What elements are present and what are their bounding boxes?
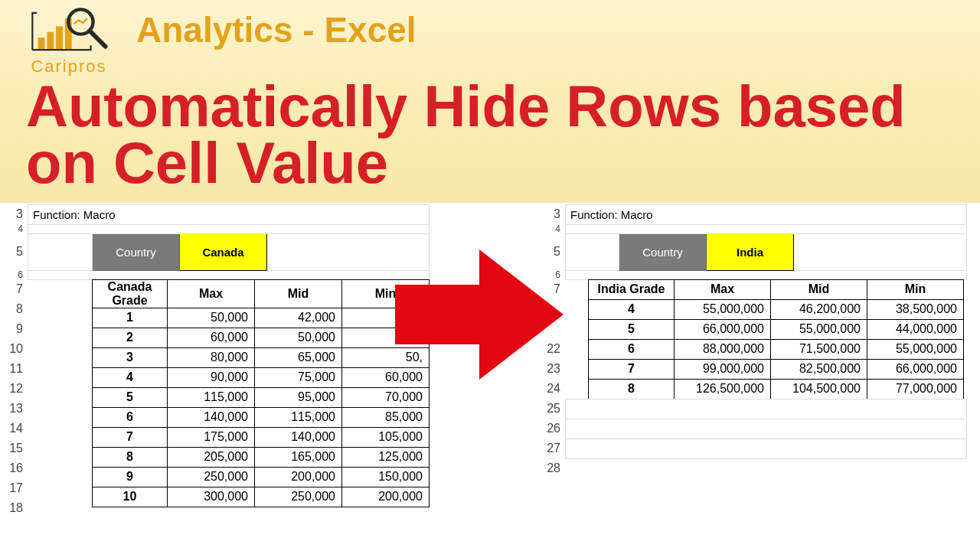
row-number: 11 (5, 359, 26, 379)
table-row: 688,000,00071,500,00055,000,000 (589, 339, 964, 359)
row-number: 3 (542, 204, 564, 224)
header-band: Caripros Analytics - Excel Automatically… (0, 0, 980, 203)
table-row: 490,00075,00060,000 (93, 367, 430, 387)
country-value[interactable]: India (707, 233, 794, 270)
row-number: 6 (5, 270, 26, 279)
table-row: 5115,00095,00070,000 (93, 387, 430, 407)
left-data-table: Canada Grade Max Mid Min 150,00042,00035… (92, 279, 430, 507)
table-row: 380,00065,00050, (93, 347, 430, 367)
row-number: 16 (5, 458, 26, 478)
table-row: 260,00050,00040, (93, 328, 430, 347)
subtitle: Analytics - Excel (136, 9, 416, 51)
row-number: 15 (5, 439, 26, 458)
row-number: 5 (542, 233, 564, 270)
row-number: 13 (5, 399, 26, 419)
function-label: Function: Macro (566, 204, 967, 224)
svg-rect-2 (56, 26, 63, 50)
row-number: 7 (5, 279, 26, 299)
row-number: 27 (542, 439, 564, 458)
row-number: 23 (542, 359, 564, 379)
table-row: 799,000,00082,500,00066,000,000 (589, 359, 964, 379)
function-label: Function: Macro (28, 204, 430, 224)
row-number: 25 (542, 399, 564, 419)
row-number: 26 (542, 419, 564, 439)
svg-line-5 (90, 31, 106, 47)
row-number: 4 (542, 224, 564, 233)
table-row: 8126,500,000104,500,00077,000,000 (589, 379, 964, 399)
country-value[interactable]: Canada (180, 233, 267, 270)
table-row: 9250,000200,000150,000 (93, 467, 430, 487)
country-label: Country (93, 233, 180, 270)
row-number: 18 (5, 498, 26, 518)
svg-rect-0 (38, 37, 45, 50)
row-number: 8 (5, 299, 26, 319)
table-row: 8205,000165,000125,000 (93, 447, 430, 467)
row-number: 17 (5, 478, 26, 498)
table-row: 6140,000115,00085,000 (93, 407, 430, 427)
chart-magnifier-icon (19, 6, 119, 57)
row-number: 10 (5, 339, 26, 359)
table-header-row: Canada Grade Max Mid Min (93, 279, 430, 308)
row-number: 6 (542, 270, 564, 279)
table-row: 150,00042,00035, (93, 308, 430, 328)
country-label: Country (619, 233, 707, 270)
row-number: 24 (542, 379, 564, 399)
row-number: 5 (5, 233, 26, 270)
table-row: 566,000,00055,000,00044,000,000 (589, 319, 964, 339)
table-header-row: India Grade Max Mid Min (589, 279, 964, 299)
row-number: 14 (5, 419, 26, 439)
logo: Caripros (15, 6, 122, 77)
table-row: 455,000,00046,200,00038,500,000 (589, 299, 964, 319)
row-number: 3 (5, 204, 26, 224)
row-number: 9 (5, 319, 26, 339)
table-row: 7175,000140,000105,000 (93, 427, 430, 447)
row-number: 12 (5, 379, 26, 399)
row-number: 22 (542, 339, 564, 359)
row-number: 4 (5, 224, 26, 233)
row-number: 28 (542, 458, 564, 478)
table-row: 10300,000250,000200,000 (93, 487, 430, 507)
svg-rect-1 (47, 32, 54, 50)
row-number: 7 (542, 279, 564, 299)
main-title: Automatically Hide Rows based on Cell Va… (26, 78, 965, 192)
